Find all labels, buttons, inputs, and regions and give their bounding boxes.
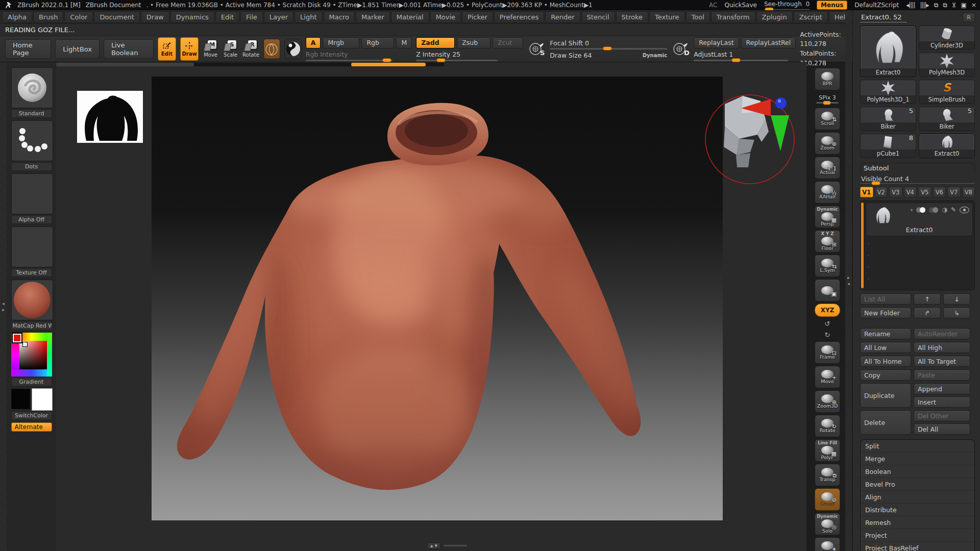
menu-item[interactable]: Render <box>545 11 580 23</box>
canvas-h-scrollbar[interactable] <box>56 63 444 66</box>
tool-tile[interactable]: PolyMesh3D <box>919 53 975 77</box>
menu-item[interactable]: Dynamics <box>170 11 214 23</box>
side-toolbar-button[interactable]: ½ AAHalf <box>815 181 840 204</box>
material-picker[interactable]: MatCap Red Wax <box>11 280 52 330</box>
menu-item[interactable]: Edit <box>215 11 239 23</box>
default-zscript-button[interactable]: DefaultZScript <box>854 2 899 9</box>
zsub-button[interactable]: Zsub <box>457 37 491 48</box>
dynamic-brush-button[interactable]: D <box>671 39 690 59</box>
menu-item[interactable]: Zscript <box>794 11 828 23</box>
subtool-view-tab[interactable]: V7 <box>947 187 961 197</box>
menu-item[interactable]: Transform <box>711 11 755 23</box>
append-button[interactable]: Append <box>914 383 970 394</box>
subtool-view-tab[interactable]: V1 <box>860 187 873 197</box>
hue-strip-right[interactable] <box>47 333 52 377</box>
side-toolbar-button[interactable]: ↻ <box>815 330 840 339</box>
subtool-view-tab[interactable]: V5 <box>918 187 932 197</box>
delete-button[interactable]: Delete <box>860 410 911 435</box>
stroke-picker-button[interactable]: S <box>527 39 546 59</box>
replay-last-rel-button[interactable]: ReplayLastRel <box>741 37 796 48</box>
sculpt-document[interactable] <box>152 77 723 520</box>
brush-thumb[interactable] <box>11 67 53 108</box>
rgb-intensity-slider[interactable] <box>306 60 393 61</box>
secondary-color-swatch[interactable] <box>32 389 52 410</box>
menu-item[interactable]: Color <box>64 11 93 23</box>
side-toolbar-button[interactable]: ⊕ Zoom3D <box>815 390 840 413</box>
menu-item[interactable]: Preferences <box>494 11 544 23</box>
subtool-view-tab[interactable]: V3 <box>889 187 902 197</box>
side-toolbar-button[interactable]: ↺ <box>815 319 840 328</box>
r-button[interactable]: R <box>963 13 975 22</box>
tool-tile[interactable]: Cylinder3D <box>919 26 975 50</box>
main-color-swatch[interactable] <box>11 389 30 409</box>
edit-button[interactable]: Edit <box>158 37 176 61</box>
all-to-home-button[interactable]: All To Home <box>860 356 911 367</box>
side-toolbar-button[interactable]: ⇅ Scroll <box>815 108 840 130</box>
subtool-panel-title[interactable]: Subtool <box>860 163 975 173</box>
tool-tile[interactable]: 5 Biker <box>860 107 916 131</box>
half-visibility-icon[interactable]: ◑ <box>942 206 947 213</box>
autoreorder-button[interactable]: AutoReorder <box>914 328 970 339</box>
tool-tile[interactable]: 5 Biker <box>919 107 975 131</box>
side-toolbar-button[interactable]: ↻ Rotate <box>815 415 840 437</box>
all-to-target-button[interactable]: All To Target <box>914 356 970 367</box>
live-boolean-button[interactable]: Live Boolean <box>104 39 154 59</box>
z-intensity-slider[interactable] <box>416 60 498 61</box>
mrgb-button[interactable]: Mrgb <box>323 37 359 48</box>
tool-tile[interactable]: Extract0 <box>919 134 975 158</box>
gradient-color-picker[interactable] <box>11 333 52 377</box>
move-into-folder-button[interactable]: ↳ <box>943 307 970 318</box>
dock-right-icon[interactable]: ||||▸ <box>920 2 928 9</box>
subtool-view-tab[interactable]: V4 <box>904 187 917 197</box>
brush-picker[interactable]: Standard <box>11 67 52 118</box>
divider-arrow-left-icon[interactable]: ◂ <box>2 301 5 306</box>
color-selector[interactable]: Gradient <box>11 333 52 386</box>
new-folder-button[interactable]: New Folder <box>860 307 911 318</box>
subt-arrow-icon[interactable]: ▾ <box>910 207 913 213</box>
move-button[interactable]: M Move <box>203 38 218 60</box>
visible-count-slider[interactable]: Visible Count 4 <box>860 173 975 184</box>
right-tray-divider[interactable]: ▸ ◂ <box>845 10 852 551</box>
subtool-action-row[interactable]: Project <box>861 529 974 542</box>
menu-item[interactable]: Material <box>391 11 429 23</box>
subtool-action-row[interactable]: Split <box>861 440 974 453</box>
subtool-action-row[interactable]: Boolean <box>861 465 974 478</box>
document-preview-thumbnail[interactable] <box>77 91 143 143</box>
side-toolbar-button[interactable]: ⧉ Transp <box>815 464 840 486</box>
menu-item[interactable]: Alpha <box>2 11 32 23</box>
hue-strip-bottom[interactable] <box>11 369 52 377</box>
subtool-view-tab[interactable]: V8 <box>962 187 975 197</box>
active-tool-name[interactable]: Extract0. 52 <box>860 13 907 22</box>
collapse-down-icon[interactable]: ▼ <box>434 544 437 548</box>
rename-button[interactable]: Rename <box>860 328 911 339</box>
camera-rotation-gizmo[interactable] <box>693 83 806 196</box>
side-toolbar-button[interactable]: 1:1 Actual <box>815 157 840 179</box>
side-toolbar-button[interactable]: ⇆ L.Sym <box>815 255 840 277</box>
eye-visibility-icon[interactable] <box>960 207 969 213</box>
bottom-tray-handle[interactable]: ▲▼ <box>427 542 467 549</box>
all-high-button[interactable]: All High <box>914 342 970 353</box>
menu-item[interactable]: Layer <box>264 11 293 23</box>
focal-shift-slider[interactable] <box>550 48 667 49</box>
insert-button[interactable]: Insert <box>914 396 970 408</box>
side-toolbar-button[interactable]: Line Fill ▦ PolyF <box>815 439 840 462</box>
current-material-button[interactable] <box>263 39 280 59</box>
home-page-button[interactable]: Home Page <box>5 39 51 59</box>
move-out-folder-button[interactable]: ↱ <box>914 307 941 318</box>
side-toolbar-button[interactable]: Dynamic ◎ Solo <box>815 513 840 535</box>
switchcolor-label[interactable]: SwitchColor <box>11 411 52 420</box>
paste-button[interactable]: Paste <box>914 369 970 381</box>
side-toolbar-button[interactable]: X Y Z ⊞ Floor <box>815 230 840 253</box>
menu-item[interactable]: Draw <box>141 11 169 23</box>
canvas-viewport[interactable]: ▲▼ <box>56 62 806 551</box>
subtool-action-row[interactable]: Distribute <box>861 504 974 516</box>
side-toolbar-button[interactable]: Dynamic ▦ Persp <box>815 206 840 228</box>
paintbrush-icon[interactable]: ✎ <box>951 206 956 213</box>
minimize-button[interactable]: ⊻ <box>952 2 956 9</box>
material-thumb[interactable] <box>11 280 53 320</box>
all-low-button[interactable]: All Low <box>860 342 911 353</box>
tool-tile[interactable]: S SimpleBrush <box>919 80 975 104</box>
restore-button[interactable]: ▣ <box>961 2 966 9</box>
menu-item[interactable]: Light <box>295 11 322 23</box>
close-button[interactable]: × <box>971 2 976 9</box>
